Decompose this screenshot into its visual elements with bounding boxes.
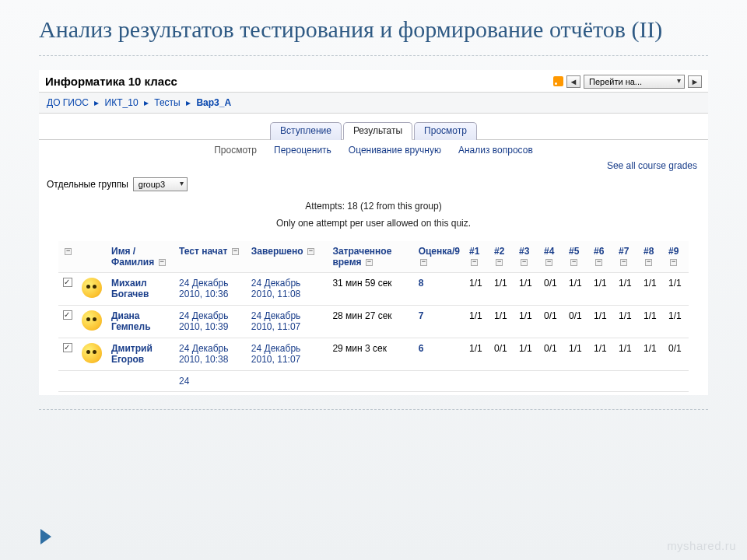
q-score: 0/1 [564,305,589,338]
nav-prev-button[interactable]: ◄ [566,75,580,88]
q-score: 1/1 [614,338,639,370]
user-name-link[interactable]: Дмитрий Егоров [111,343,153,365]
q-score: 0/1 [539,272,564,305]
user-name-link[interactable]: Диана Гемпель [111,310,151,332]
collapse-icon[interactable] [595,259,602,266]
q-score: 1/1 [639,305,664,338]
collapse-icon[interactable] [307,248,314,255]
col-q4[interactable]: #4 [539,241,564,273]
row-checkbox[interactable] [63,343,72,352]
collapse-icon[interactable] [496,259,503,266]
collapse-icon[interactable] [570,259,577,266]
breadcrumb-link[interactable]: ДО ГИОС [47,97,89,108]
avatar [82,343,102,363]
results-table: Имя / Фамилия Тест начат Завершено Затра… [58,241,689,392]
q-score: 1/1 [564,272,589,305]
divider-bottom [39,409,708,410]
col-avatar [77,241,107,273]
collapse-icon[interactable] [159,259,166,266]
col-completed[interactable]: Завершено [247,241,328,273]
collapse-icon[interactable] [545,259,552,266]
breadcrumb-link[interactable]: ИКТ_10 [105,97,139,108]
col-grade[interactable]: Оценка/9 [414,241,465,273]
collapse-icon[interactable] [65,248,72,255]
grade-link[interactable]: 8 [419,278,424,289]
collapse-icon[interactable] [521,259,528,266]
subnav-overview: Просмотр [214,145,257,156]
collapse-icon[interactable] [620,259,627,266]
grade-link[interactable]: 7 [419,310,424,321]
col-time[interactable]: Затраченное время [328,241,413,273]
started-link[interactable]: 24 Декабрь 2010, 10:39 [179,310,228,332]
user-name-link[interactable]: Михаил Богачев [111,278,149,299]
q-score: 1/1 [614,305,639,338]
breadcrumb-sep: ▸ [144,97,149,108]
col-q7[interactable]: #7 [614,241,639,273]
tab-review[interactable]: Просмотр [414,122,477,140]
completed-link[interactable]: 24 Декабрь 2010, 11:07 [251,310,300,332]
col-q6[interactable]: #6 [589,241,614,273]
rule-info: Only one attempt per user allowed on thi… [39,215,708,232]
jump-to-select[interactable]: Перейти на... [584,75,685,89]
col-q1[interactable]: #1 [465,241,489,273]
tab-intro[interactable]: Вступление [270,122,342,140]
avatar [82,278,102,298]
subnav: Просмотр Переоценить Оценивание вручную … [39,140,708,159]
col-started[interactable]: Тест начат [174,241,247,273]
q-score: 1/1 [514,272,539,305]
subnav-manual-grading[interactable]: Оценивание вручную [349,145,441,156]
table-row: 24 [58,370,689,391]
row-checkbox[interactable] [63,310,72,320]
groups-label: Отдельные группы [47,179,128,190]
col-q5[interactable]: #5 [564,241,589,273]
see-all-grades-link[interactable]: See all course grades [39,159,708,174]
q-score: 1/1 [589,305,614,338]
q-score: 1/1 [514,305,539,338]
col-q9[interactable]: #9 [664,241,689,273]
breadcrumb-current: Вар3_А [196,97,231,108]
rss-icon[interactable] [552,76,563,87]
collapse-icon[interactable] [645,259,652,266]
q-score: 0/1 [489,338,514,370]
collapse-icon[interactable] [471,259,478,266]
q-score: 1/1 [465,338,489,370]
watermark: myshared.ru [667,539,736,552]
collapse-icon[interactable] [232,248,239,255]
collapse-icon[interactable] [670,259,677,266]
started-link[interactable]: 24 [179,376,189,387]
attempts-info: Attempts: 18 (12 from this group) [39,198,708,215]
breadcrumb-link[interactable]: Тесты [154,97,180,108]
q-score: 0/1 [539,338,564,370]
started-link[interactable]: 24 Декабрь 2010, 10:36 [179,278,228,299]
collapse-icon[interactable] [366,259,373,266]
grade-link[interactable]: 6 [419,343,424,354]
row-checkbox[interactable] [63,278,72,287]
nav-next-button[interactable]: ► [688,75,702,88]
group-select[interactable]: group3 [133,177,188,191]
tabs: Вступление Результаты Просмотр [39,114,708,140]
q-score: 1/1 [465,272,489,305]
col-name[interactable]: Имя / Фамилия [107,241,174,273]
completed-link[interactable]: 24 Декабрь 2010, 11:08 [251,278,300,299]
group-filter-row: Отдельные группы group3 [39,174,708,198]
group-selected-value: group3 [139,180,165,189]
q-score: 1/1 [639,272,664,305]
col-q2[interactable]: #2 [489,241,514,273]
completed-link[interactable]: 24 Декабрь 2010, 11:07 [251,343,300,365]
col-q8[interactable]: #8 [639,241,664,273]
subnav-regrade[interactable]: Переоценить [274,145,331,156]
q-score: 0/1 [664,338,689,370]
q-score: 1/1 [639,338,664,370]
avatar [82,310,102,331]
breadcrumb: ДО ГИОС ▸ ИКТ_10 ▸ Тесты ▸ Вар3_А [39,92,708,114]
app-header: Информатика 10 класс ◄ Перейти на... ► [39,70,708,92]
col-select [58,241,77,273]
tab-results[interactable]: Результаты [343,122,412,140]
col-q3[interactable]: #3 [514,241,539,273]
collapse-icon[interactable] [420,259,427,266]
q-score: 0/1 [539,305,564,338]
subnav-item-analysis[interactable]: Анализ вопросов [458,145,533,156]
app-frame: Информатика 10 класс ◄ Перейти на... ► Д… [39,70,708,395]
q-score: 1/1 [489,305,514,338]
started-link[interactable]: 24 Декабрь 2010, 10:38 [179,343,228,365]
